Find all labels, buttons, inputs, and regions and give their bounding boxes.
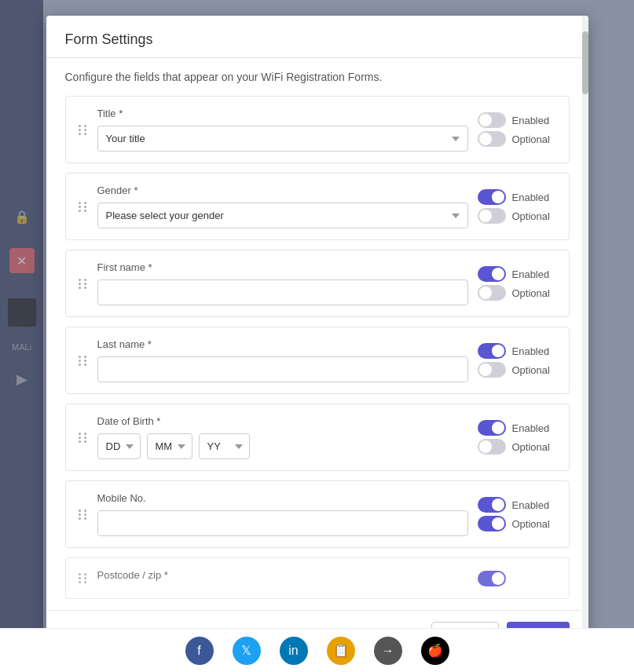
drag-handle-dob[interactable] bbox=[79, 433, 88, 443]
modal-description: Configure the fields that appear on your… bbox=[65, 71, 570, 83]
mobile-enabled-label: Enabled bbox=[512, 499, 550, 511]
field-label-dob: Date of Birth * bbox=[97, 415, 468, 427]
field-card-firstname: First name * Enabled Optional bbox=[65, 250, 570, 317]
field-card-gender: Gender * Please select your gender Male … bbox=[65, 173, 570, 240]
field-label-lastname: Last name * bbox=[97, 338, 468, 350]
dob-optional-row: Optional bbox=[478, 439, 550, 455]
field-content-title: Title * Your title Mr Mrs Ms Dr bbox=[97, 108, 468, 152]
lastname-optional-label: Optional bbox=[512, 364, 550, 376]
title-select[interactable]: Your title Mr Mrs Ms Dr bbox=[97, 126, 468, 152]
field-label-postcode: Postcode / zip * bbox=[97, 569, 468, 581]
dob-mm-select[interactable]: MM 01020304 05060708 09101112 bbox=[147, 433, 192, 459]
field-controls-postcode bbox=[478, 571, 556, 586]
drag-handle-postcode[interactable] bbox=[79, 573, 88, 583]
modal-title: Form Settings bbox=[65, 31, 570, 48]
lastname-enabled-toggle[interactable] bbox=[478, 343, 506, 359]
firstname-optional-row: Optional bbox=[478, 285, 550, 301]
gender-select[interactable]: Please select your gender Male Female Ot… bbox=[97, 203, 468, 228]
drag-handle-mobile[interactable] bbox=[79, 509, 88, 520]
field-content-dob: Date of Birth * DD 01020304 05060708 091… bbox=[97, 415, 468, 459]
lastname-optional-toggle[interactable] bbox=[478, 362, 506, 378]
field-controls-title: Enabled Optional bbox=[478, 112, 556, 147]
field-label-mobile: Mobile No. bbox=[97, 492, 468, 504]
postcode-enabled-toggle[interactable] bbox=[478, 571, 506, 586]
field-card-lastname: Last name * Enabled Optional bbox=[65, 327, 570, 394]
linkedin-icon[interactable]: in bbox=[280, 637, 308, 665]
apple-icon[interactable]: 🍎 bbox=[421, 637, 449, 665]
field-card-postcode: Postcode / zip * bbox=[65, 557, 570, 599]
title-enabled-label: Enabled bbox=[512, 115, 550, 126]
modal-overlay: Form Settings Configure the fields that … bbox=[0, 0, 634, 672]
firstname-optional-toggle[interactable] bbox=[478, 285, 506, 301]
gender-enabled-row: Enabled bbox=[478, 189, 550, 205]
lastname-input[interactable] bbox=[97, 356, 468, 382]
postcode-enabled-row bbox=[478, 571, 506, 586]
social-bar: f 𝕏 in 📋 → 🍎 bbox=[0, 628, 634, 672]
mobile-optional-toggle[interactable] bbox=[478, 516, 506, 531]
field-content-mobile: Mobile No. bbox=[97, 492, 468, 536]
field-label-gender: Gender * bbox=[97, 184, 468, 196]
dob-dd-select[interactable]: DD 01020304 05060708 0910 bbox=[97, 433, 141, 459]
scrollbar-thumb[interactable] bbox=[582, 31, 588, 94]
mobile-optional-label: Optional bbox=[512, 518, 550, 530]
dob-enabled-label: Enabled bbox=[512, 422, 550, 434]
firstname-enabled-toggle[interactable] bbox=[478, 266, 506, 282]
form-settings-modal: Form Settings Configure the fields that … bbox=[46, 16, 588, 659]
lastname-enabled-label: Enabled bbox=[512, 345, 550, 357]
field-content-postcode: Postcode / zip * bbox=[97, 569, 468, 587]
field-controls-gender: Enabled Optional bbox=[478, 189, 556, 224]
field-card-mobile: Mobile No. Enabled Optional bbox=[65, 480, 570, 548]
drag-handle-gender[interactable] bbox=[79, 202, 88, 212]
title-enabled-row: Enabled bbox=[478, 112, 550, 128]
firstname-enabled-row: Enabled bbox=[478, 266, 550, 282]
field-content-lastname: Last name * bbox=[97, 338, 468, 382]
title-optional-toggle[interactable] bbox=[478, 131, 506, 147]
firstname-input[interactable] bbox=[97, 279, 468, 305]
mobile-enabled-row: Enabled bbox=[478, 497, 550, 513]
dob-enabled-row: Enabled bbox=[478, 420, 550, 436]
field-content-gender: Gender * Please select your gender Male … bbox=[97, 184, 468, 228]
mobile-enabled-toggle[interactable] bbox=[478, 497, 506, 513]
gender-enabled-toggle[interactable] bbox=[478, 189, 506, 205]
gender-optional-toggle[interactable] bbox=[478, 208, 506, 224]
drag-handle-title[interactable] bbox=[79, 125, 88, 135]
document-icon[interactable]: 📋 bbox=[327, 637, 355, 665]
facebook-icon[interactable]: f bbox=[185, 637, 214, 665]
lastname-enabled-row: Enabled bbox=[478, 343, 550, 359]
field-card-title: Title * Your title Mr Mrs Ms Dr Enabled bbox=[65, 96, 570, 163]
dob-selects: DD 01020304 05060708 0910 MM 01020304 05… bbox=[97, 433, 468, 459]
forward-icon[interactable]: → bbox=[374, 637, 402, 665]
mobile-input[interactable] bbox=[97, 510, 468, 536]
field-controls-lastname: Enabled Optional bbox=[478, 343, 556, 378]
drag-handle-firstname[interactable] bbox=[79, 279, 88, 289]
firstname-enabled-label: Enabled bbox=[512, 268, 550, 280]
dob-enabled-toggle[interactable] bbox=[478, 420, 506, 436]
scrollbar-track[interactable] bbox=[582, 16, 588, 659]
firstname-optional-label: Optional bbox=[512, 287, 550, 299]
dob-yy-select[interactable]: YY 2024202320001990 bbox=[199, 433, 250, 459]
mobile-optional-row: Optional bbox=[478, 516, 550, 531]
title-enabled-toggle[interactable] bbox=[478, 112, 506, 128]
field-label-title: Title * bbox=[97, 108, 468, 119]
field-controls-mobile: Enabled Optional bbox=[478, 497, 556, 531]
gender-enabled-label: Enabled bbox=[512, 192, 550, 203]
lastname-optional-row: Optional bbox=[478, 362, 550, 378]
dob-optional-label: Optional bbox=[512, 441, 550, 453]
title-optional-label: Optional bbox=[512, 133, 550, 145]
drag-handle-lastname[interactable] bbox=[79, 356, 88, 366]
modal-header: Form Settings bbox=[46, 16, 588, 58]
gender-optional-row: Optional bbox=[478, 208, 550, 224]
field-label-firstname: First name * bbox=[97, 261, 468, 273]
field-controls-dob: Enabled Optional bbox=[478, 420, 556, 455]
title-optional-row: Optional bbox=[478, 131, 550, 147]
gender-optional-label: Optional bbox=[512, 210, 550, 222]
dob-optional-toggle[interactable] bbox=[478, 439, 506, 455]
twitter-icon[interactable]: 𝕏 bbox=[233, 637, 261, 665]
field-content-firstname: First name * bbox=[97, 261, 468, 305]
modal-body: Configure the fields that appear on your… bbox=[46, 58, 588, 610]
field-card-dob: Date of Birth * DD 01020304 05060708 091… bbox=[65, 404, 570, 471]
field-controls-firstname: Enabled Optional bbox=[478, 266, 556, 301]
